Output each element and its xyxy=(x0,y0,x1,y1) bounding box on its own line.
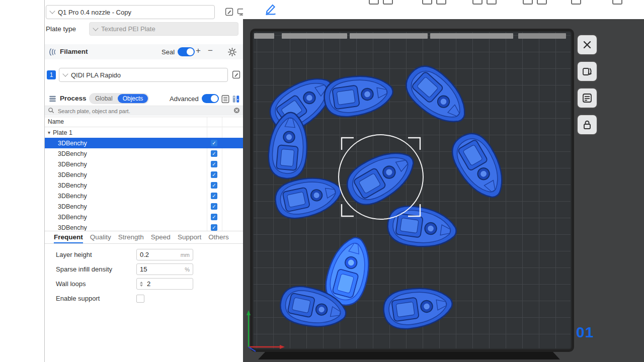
object-row[interactable]: 3DBenchy✓ xyxy=(45,191,243,201)
pencil-draw-icon[interactable] xyxy=(264,2,277,17)
advanced-label: Advanced xyxy=(170,95,199,103)
chevron-down-icon xyxy=(62,71,68,76)
param-input[interactable]: 15% xyxy=(136,263,193,275)
toolbar-button-clipped[interactable] xyxy=(571,0,581,5)
param-value: 0.2 xyxy=(140,251,149,258)
close-button[interactable] xyxy=(577,34,598,55)
tab-speed[interactable]: Speed xyxy=(151,230,171,243)
filament-section-header: Filament Seal + − xyxy=(45,44,243,59)
model-benchy[interactable] xyxy=(445,127,513,206)
search-bar xyxy=(45,106,243,116)
model-benchy[interactable] xyxy=(385,203,459,251)
segment-global[interactable]: Global xyxy=(90,94,118,103)
object-label: 3DBenchy xyxy=(58,203,87,210)
model-benchy[interactable] xyxy=(398,58,476,134)
param-unit: % xyxy=(185,266,190,273)
toolbar-button-clipped[interactable] xyxy=(383,0,393,5)
clear-search-icon[interactable] xyxy=(233,107,240,116)
object-label: 3DBenchy xyxy=(58,182,87,189)
toolbar-button-clipped[interactable] xyxy=(487,0,497,5)
printer-select[interactable]: Q1 Pro 0.4 nozzle - Copy xyxy=(46,5,215,19)
auto-orient-button[interactable] xyxy=(577,61,598,82)
object-visibility-checkbox[interactable]: ✓ xyxy=(211,140,217,146)
model-benchy[interactable] xyxy=(322,71,395,120)
param-label: Sparse infill density xyxy=(56,265,136,273)
search-input[interactable] xyxy=(57,108,231,115)
plate-type-select[interactable]: Textured PEI Plate xyxy=(89,22,238,36)
object-row[interactable]: 3DBenchy✓ xyxy=(45,148,243,159)
segment-objects[interactable]: Objects xyxy=(118,94,148,103)
object-row[interactable]: 3DBenchy✓ xyxy=(45,169,243,180)
tab-others[interactable]: Others xyxy=(208,230,229,243)
settings-tabs: FrequentQualityStrengthSpeedSupportOther… xyxy=(45,230,243,244)
object-label: 3DBenchy xyxy=(58,171,87,178)
toolbar-button-clipped[interactable] xyxy=(436,0,446,5)
param-checkbox[interactable] xyxy=(136,295,144,303)
object-row[interactable]: 3DBenchy✓ xyxy=(45,180,243,191)
tab-support[interactable]: Support xyxy=(178,230,201,243)
seal-toggle[interactable] xyxy=(178,47,195,56)
object-visibility-checkbox[interactable]: ✓ xyxy=(211,161,217,167)
axes-indicator xyxy=(247,310,285,351)
object-visibility-checkbox[interactable]: ✓ xyxy=(211,214,217,220)
edit-printer-icon[interactable] xyxy=(225,8,234,17)
param-list-icon[interactable] xyxy=(221,95,230,106)
chevron-down-icon xyxy=(93,25,98,31)
viewport-topbar xyxy=(243,0,644,19)
model-benchy-selected[interactable] xyxy=(340,141,423,212)
lock-button[interactable] xyxy=(577,114,598,135)
edit-filament-icon[interactable] xyxy=(232,70,241,79)
param-row: Sparse infill density15% xyxy=(45,262,243,277)
object-label: 3DBenchy xyxy=(58,140,87,147)
object-row[interactable]: 3DBenchy✓ xyxy=(45,201,243,212)
filament-index-badge: 1 xyxy=(47,70,56,79)
object-row[interactable]: 3DBenchy✓ xyxy=(45,159,243,169)
plate-settings-button[interactable] xyxy=(577,87,598,109)
toolbar-button-clipped[interactable] xyxy=(612,0,622,5)
param-table-icon[interactable] xyxy=(231,95,240,106)
toolbar-button-clipped[interactable] xyxy=(523,0,533,5)
plate-number: 01 xyxy=(576,324,594,341)
model-benchy[interactable] xyxy=(272,171,345,222)
filament-select-value: QIDI PLA Rapido xyxy=(71,71,121,79)
object-row[interactable]: 3DBenchy✓ xyxy=(45,212,243,222)
caret-down-icon[interactable]: ▾ xyxy=(48,130,50,135)
object-visibility-checkbox[interactable]: ✓ xyxy=(211,182,217,189)
filament-title: Filament xyxy=(60,48,88,55)
model-benchy[interactable] xyxy=(381,284,455,332)
param-unit: mm xyxy=(181,252,190,258)
process-icon xyxy=(48,95,57,105)
toolbar-button-clipped[interactable] xyxy=(537,0,547,5)
filament-select[interactable]: QIDI PLA Rapido xyxy=(59,68,228,82)
toolbar-button-clipped[interactable] xyxy=(472,0,482,5)
tree-name-header: Name xyxy=(45,117,243,127)
plate-tree-row[interactable]: ▾ Plate 1 xyxy=(45,127,243,138)
process-scope-segmented: Global Objects xyxy=(89,93,149,104)
toolbar-button-clipped[interactable] xyxy=(369,0,379,5)
tab-frequent[interactable]: Frequent xyxy=(54,230,83,243)
param-input[interactable]: 0.2mm xyxy=(136,249,193,260)
seal-label: Seal xyxy=(162,48,175,56)
param-list: Layer height0.2mmSparse infill density15… xyxy=(45,247,243,306)
param-label: Enable support xyxy=(56,295,136,302)
tab-quality[interactable]: Quality xyxy=(90,230,111,243)
models-group xyxy=(263,58,513,333)
chevron-down-icon xyxy=(49,8,55,14)
remove-filament-button[interactable]: − xyxy=(208,46,213,56)
object-visibility-checkbox[interactable]: ✓ xyxy=(211,193,217,199)
add-filament-button[interactable]: + xyxy=(196,46,201,56)
param-input[interactable]: 2 xyxy=(136,278,193,290)
object-visibility-checkbox[interactable]: ✓ xyxy=(211,171,217,178)
tab-strength[interactable]: Strength xyxy=(118,230,144,243)
param-row: Wall loops2 xyxy=(45,277,243,291)
plate-type-value: Textured PEI Plate xyxy=(101,25,155,33)
advanced-toggle[interactable] xyxy=(202,94,219,103)
object-visibility-checkbox[interactable]: ✓ xyxy=(211,203,217,210)
filament-settings-gear-icon[interactable] xyxy=(228,48,237,57)
object-row[interactable]: 3DBenchy✓ xyxy=(45,138,243,148)
param-row: Enable support xyxy=(45,291,243,306)
toolbar-button-clipped[interactable] xyxy=(422,0,432,5)
search-icon xyxy=(48,107,54,116)
spinner-arrows[interactable] xyxy=(140,282,143,287)
object-visibility-checkbox[interactable]: ✓ xyxy=(211,150,217,157)
